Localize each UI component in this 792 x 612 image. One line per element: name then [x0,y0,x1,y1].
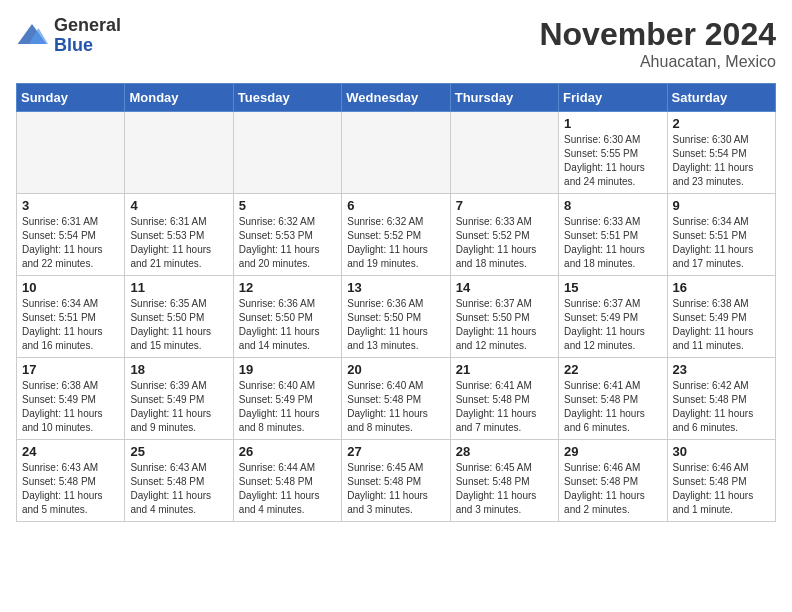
day-number: 16 [673,280,770,295]
calendar-week-1: 3Sunrise: 6:31 AMSunset: 5:54 PMDaylight… [17,194,776,276]
day-info: Sunrise: 6:41 AMSunset: 5:48 PMDaylight:… [456,379,553,435]
day-number: 9 [673,198,770,213]
day-info: Sunrise: 6:45 AMSunset: 5:48 PMDaylight:… [456,461,553,517]
calendar-cell: 4Sunrise: 6:31 AMSunset: 5:53 PMDaylight… [125,194,233,276]
day-number: 23 [673,362,770,377]
day-info: Sunrise: 6:36 AMSunset: 5:50 PMDaylight:… [239,297,336,353]
day-number: 1 [564,116,661,131]
day-info: Sunrise: 6:46 AMSunset: 5:48 PMDaylight:… [673,461,770,517]
calendar-cell [17,112,125,194]
day-info: Sunrise: 6:43 AMSunset: 5:48 PMDaylight:… [22,461,119,517]
calendar-cell: 18Sunrise: 6:39 AMSunset: 5:49 PMDayligh… [125,358,233,440]
page-header: General Blue November 2024 Ahuacatan, Me… [16,16,776,71]
day-info: Sunrise: 6:31 AMSunset: 5:54 PMDaylight:… [22,215,119,271]
calendar-cell: 25Sunrise: 6:43 AMSunset: 5:48 PMDayligh… [125,440,233,522]
day-number: 10 [22,280,119,295]
logo-blue: Blue [54,36,121,56]
calendar-cell: 6Sunrise: 6:32 AMSunset: 5:52 PMDaylight… [342,194,450,276]
header-friday: Friday [559,84,667,112]
day-number: 30 [673,444,770,459]
calendar-cell: 23Sunrise: 6:42 AMSunset: 5:48 PMDayligh… [667,358,775,440]
day-info: Sunrise: 6:37 AMSunset: 5:50 PMDaylight:… [456,297,553,353]
calendar-cell [125,112,233,194]
calendar-table: SundayMondayTuesdayWednesdayThursdayFrid… [16,83,776,522]
location-title: Ahuacatan, Mexico [539,53,776,71]
calendar-week-4: 24Sunrise: 6:43 AMSunset: 5:48 PMDayligh… [17,440,776,522]
day-number: 8 [564,198,661,213]
day-info: Sunrise: 6:30 AMSunset: 5:55 PMDaylight:… [564,133,661,189]
day-info: Sunrise: 6:34 AMSunset: 5:51 PMDaylight:… [22,297,119,353]
calendar-cell: 22Sunrise: 6:41 AMSunset: 5:48 PMDayligh… [559,358,667,440]
day-number: 19 [239,362,336,377]
day-info: Sunrise: 6:39 AMSunset: 5:49 PMDaylight:… [130,379,227,435]
day-info: Sunrise: 6:32 AMSunset: 5:53 PMDaylight:… [239,215,336,271]
day-info: Sunrise: 6:45 AMSunset: 5:48 PMDaylight:… [347,461,444,517]
logo-text: General Blue [54,16,121,56]
calendar-cell: 16Sunrise: 6:38 AMSunset: 5:49 PMDayligh… [667,276,775,358]
day-info: Sunrise: 6:40 AMSunset: 5:48 PMDaylight:… [347,379,444,435]
logo-icon [16,20,48,52]
calendar-cell: 19Sunrise: 6:40 AMSunset: 5:49 PMDayligh… [233,358,341,440]
day-number: 3 [22,198,119,213]
day-number: 12 [239,280,336,295]
calendar-week-2: 10Sunrise: 6:34 AMSunset: 5:51 PMDayligh… [17,276,776,358]
calendar-cell: 9Sunrise: 6:34 AMSunset: 5:51 PMDaylight… [667,194,775,276]
day-info: Sunrise: 6:42 AMSunset: 5:48 PMDaylight:… [673,379,770,435]
day-number: 5 [239,198,336,213]
calendar-cell: 20Sunrise: 6:40 AMSunset: 5:48 PMDayligh… [342,358,450,440]
calendar-cell: 14Sunrise: 6:37 AMSunset: 5:50 PMDayligh… [450,276,558,358]
day-number: 22 [564,362,661,377]
day-number: 21 [456,362,553,377]
day-number: 17 [22,362,119,377]
day-number: 27 [347,444,444,459]
day-number: 29 [564,444,661,459]
calendar-cell: 29Sunrise: 6:46 AMSunset: 5:48 PMDayligh… [559,440,667,522]
day-info: Sunrise: 6:30 AMSunset: 5:54 PMDaylight:… [673,133,770,189]
day-number: 13 [347,280,444,295]
day-number: 15 [564,280,661,295]
header-sunday: Sunday [17,84,125,112]
day-number: 6 [347,198,444,213]
day-number: 14 [456,280,553,295]
calendar-cell: 15Sunrise: 6:37 AMSunset: 5:49 PMDayligh… [559,276,667,358]
day-info: Sunrise: 6:35 AMSunset: 5:50 PMDaylight:… [130,297,227,353]
day-info: Sunrise: 6:37 AMSunset: 5:49 PMDaylight:… [564,297,661,353]
calendar-cell: 3Sunrise: 6:31 AMSunset: 5:54 PMDaylight… [17,194,125,276]
title-block: November 2024 Ahuacatan, Mexico [539,16,776,71]
header-saturday: Saturday [667,84,775,112]
day-info: Sunrise: 6:46 AMSunset: 5:48 PMDaylight:… [564,461,661,517]
day-info: Sunrise: 6:44 AMSunset: 5:48 PMDaylight:… [239,461,336,517]
logo: General Blue [16,16,121,56]
day-info: Sunrise: 6:32 AMSunset: 5:52 PMDaylight:… [347,215,444,271]
day-number: 18 [130,362,227,377]
day-info: Sunrise: 6:33 AMSunset: 5:52 PMDaylight:… [456,215,553,271]
calendar-week-0: 1Sunrise: 6:30 AMSunset: 5:55 PMDaylight… [17,112,776,194]
calendar-cell: 8Sunrise: 6:33 AMSunset: 5:51 PMDaylight… [559,194,667,276]
day-info: Sunrise: 6:38 AMSunset: 5:49 PMDaylight:… [22,379,119,435]
calendar-cell: 28Sunrise: 6:45 AMSunset: 5:48 PMDayligh… [450,440,558,522]
day-info: Sunrise: 6:34 AMSunset: 5:51 PMDaylight:… [673,215,770,271]
header-tuesday: Tuesday [233,84,341,112]
day-number: 25 [130,444,227,459]
day-number: 20 [347,362,444,377]
header-thursday: Thursday [450,84,558,112]
logo-general: General [54,16,121,36]
calendar-cell: 17Sunrise: 6:38 AMSunset: 5:49 PMDayligh… [17,358,125,440]
day-number: 11 [130,280,227,295]
header-row: SundayMondayTuesdayWednesdayThursdayFrid… [17,84,776,112]
day-info: Sunrise: 6:38 AMSunset: 5:49 PMDaylight:… [673,297,770,353]
day-info: Sunrise: 6:36 AMSunset: 5:50 PMDaylight:… [347,297,444,353]
calendar-week-3: 17Sunrise: 6:38 AMSunset: 5:49 PMDayligh… [17,358,776,440]
calendar-cell: 30Sunrise: 6:46 AMSunset: 5:48 PMDayligh… [667,440,775,522]
calendar-cell [233,112,341,194]
header-wednesday: Wednesday [342,84,450,112]
day-number: 7 [456,198,553,213]
calendar-cell: 13Sunrise: 6:36 AMSunset: 5:50 PMDayligh… [342,276,450,358]
calendar-cell: 12Sunrise: 6:36 AMSunset: 5:50 PMDayligh… [233,276,341,358]
day-info: Sunrise: 6:31 AMSunset: 5:53 PMDaylight:… [130,215,227,271]
day-number: 2 [673,116,770,131]
calendar-cell [342,112,450,194]
day-number: 26 [239,444,336,459]
calendar-cell: 27Sunrise: 6:45 AMSunset: 5:48 PMDayligh… [342,440,450,522]
day-info: Sunrise: 6:43 AMSunset: 5:48 PMDaylight:… [130,461,227,517]
